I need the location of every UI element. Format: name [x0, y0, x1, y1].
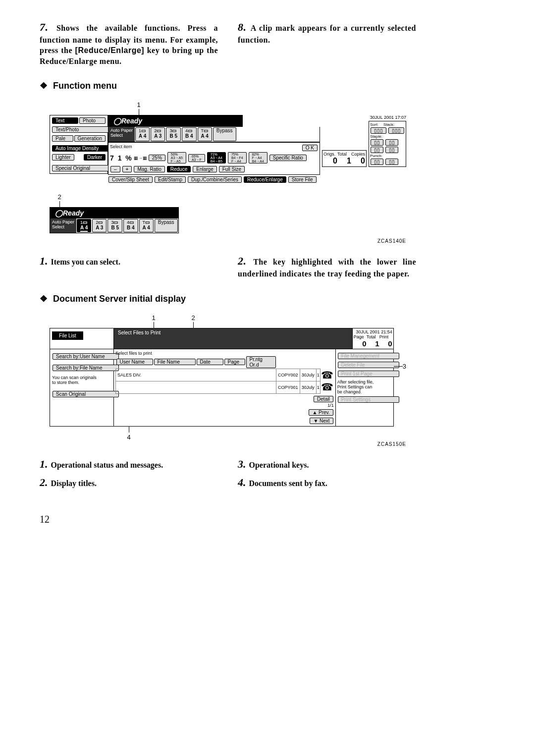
step-7-text: 7. Shows the available functions. Press …	[40, 20, 218, 66]
ready-circle-icon: ◯	[113, 117, 121, 125]
legend-1: 1. Items you can select. 2. The key high…	[40, 254, 416, 283]
callout-1: 1	[137, 101, 140, 108]
doc-server-heading: ❖ Document Server initial display	[40, 293, 416, 304]
legend-2: 1. Operational status and messages. 2. D…	[40, 457, 416, 494]
step-8-number: 8.	[238, 21, 247, 33]
step-7-number: 7.	[40, 21, 49, 33]
step-8-text: 8. A clip mark appears for a current­ly …	[238, 20, 416, 45]
page-number: 12	[40, 514, 416, 525]
diamond-icon: ❖	[40, 81, 48, 91]
left-mode-panel: TextPhoto Text/Photo PaleGeneration Auto…	[50, 115, 108, 174]
figure-code-1: ZCAS140E	[50, 238, 406, 244]
figure-code-2: ZCAS150E	[50, 441, 406, 447]
top-paragraph-row: 7. Shows the available functions. Press …	[40, 20, 416, 70]
ready-circle-icon: ◯	[55, 209, 63, 217]
callout-2: 2	[57, 193, 61, 201]
diamond-icon: ❖	[40, 294, 48, 304]
figure-doc-server: 1 2 File List Select Files to Print 30JU…	[40, 313, 416, 448]
function-menu-heading: ❖ Function menu	[40, 80, 416, 91]
figure-function-menu: 1 TextPhoto Text/Photo PaleGeneration Au…	[40, 100, 416, 245]
